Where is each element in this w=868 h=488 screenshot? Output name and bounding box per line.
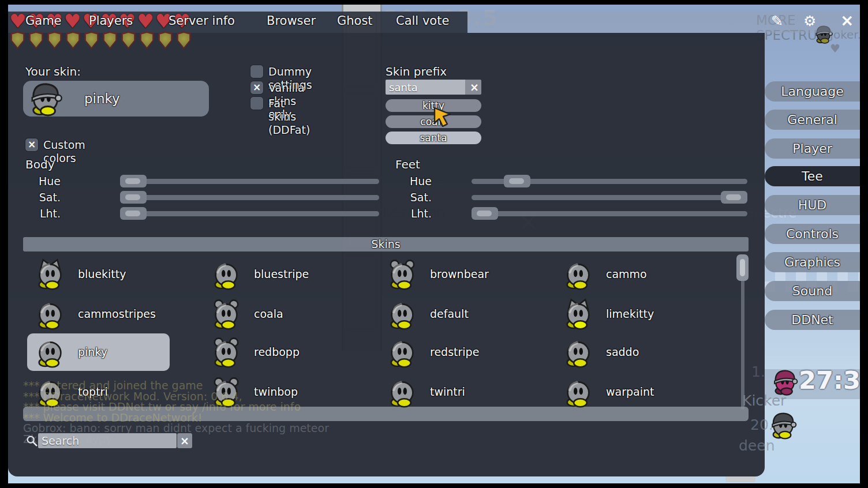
skin-item-coala[interactable]: coala: [203, 295, 346, 333]
body-section-label: Body: [25, 157, 55, 171]
skin-item-redstripe[interactable]: redstripe: [379, 333, 522, 371]
skin-name: toptri: [78, 373, 108, 411]
shield-icon: [139, 31, 155, 49]
feet-lht-slider[interactable]: [472, 211, 747, 216]
feet-sat-slider[interactable]: [472, 195, 747, 200]
tee-icon-brownbear: [386, 258, 418, 290]
skin-item-twintri[interactable]: twintri: [379, 373, 522, 411]
skins-header: Skins: [23, 237, 749, 251]
skin-item-warpaint[interactable]: warpaint: [555, 373, 698, 411]
skin-name: default: [430, 295, 469, 333]
tab-sound[interactable]: Sound: [765, 281, 860, 301]
tee-icon-redbopp: [210, 336, 242, 368]
menu-bar-background-right: [467, 12, 860, 33]
check-icon: ×: [250, 81, 263, 93]
custom-colors-checkbox[interactable]: ×: [25, 138, 38, 151]
clear-prefix-icon[interactable]: ×: [467, 80, 481, 95]
feet-hue-row: Hue: [8, 175, 765, 187]
tab-tee[interactable]: Tee: [765, 166, 860, 186]
tee-icon-twinbop: [210, 376, 242, 408]
skin-item-bluestripe[interactable]: bluestripe: [203, 256, 346, 293]
tee-icon-rank-20: [769, 411, 798, 440]
skin-name: bluekitty: [78, 256, 126, 293]
shield-icon: [120, 31, 137, 49]
close-icon[interactable]: ×: [840, 11, 854, 30]
shield-icon: [9, 31, 26, 49]
shield-icon: [28, 31, 44, 49]
skin-name: bluestripe: [254, 256, 309, 293]
search-input[interactable]: [38, 433, 177, 448]
tee-icon-bluestripe: [210, 258, 242, 290]
menu-item-players[interactable]: Players: [89, 14, 133, 28]
current-skin-name: pinky: [84, 81, 120, 117]
tab-general[interactable]: General: [765, 110, 860, 130]
feet-sat-row: Sat.: [8, 191, 765, 204]
vanilla-skins-checkbox[interactable]: ×: [250, 81, 263, 94]
skin-item-redbopp[interactable]: redbopp: [203, 333, 346, 371]
fat-skins-checkbox[interactable]: ×: [250, 97, 263, 110]
sat-label: Sat.: [383, 191, 432, 204]
tab-hud[interactable]: HUD: [765, 195, 860, 215]
slider-handle[interactable]: [504, 175, 530, 187]
record-band: [765, 369, 860, 399]
skin-item-limekitty[interactable]: limekitty: [555, 295, 698, 333]
tee-icon-record-holder: [771, 368, 799, 396]
tee-icon-current-skin: [28, 81, 63, 117]
skin-item-bluekitty[interactable]: bluekitty: [27, 256, 170, 293]
menu-item-browser[interactable]: Browser: [267, 14, 316, 28]
game-area: 201:23.5 Kickérdeen Spectre × MORE SPECT…: [8, 5, 860, 483]
skin-item-cammo[interactable]: cammo: [555, 256, 698, 293]
record-time: 27:37: [799, 366, 860, 395]
clear-search-icon[interactable]: ×: [177, 433, 192, 448]
prefix-button-santa[interactable]: santa: [386, 132, 481, 144]
tab-language[interactable]: Language: [765, 81, 860, 102]
skin-item-saddo[interactable]: saddo: [555, 333, 698, 371]
slider-handle[interactable]: [472, 207, 498, 220]
tab-graphics[interactable]: Graphics: [765, 252, 860, 272]
armor-shields: [9, 31, 192, 49]
skin-item-cammostripes[interactable]: cammostripes: [27, 295, 170, 333]
skin-name: coala: [254, 295, 283, 333]
prefix-button-kitty[interactable]: kitty: [386, 99, 481, 112]
tee-icon-twintri: [386, 376, 418, 408]
menu-item-call-vote[interactable]: Call vote: [396, 14, 449, 28]
shield-icon: [157, 31, 174, 49]
skin-item-toptri[interactable]: toptri: [27, 373, 170, 411]
skins-scrollbar-thumb[interactable]: [736, 254, 749, 281]
tee-icon-limekitty: [562, 298, 594, 330]
skin-item-brownbear[interactable]: brownbear: [379, 256, 522, 293]
feet-hue-slider[interactable]: [472, 179, 747, 184]
tab-ddnet[interactable]: DDNet: [765, 310, 860, 330]
skin-item-pinky[interactable]: pinky: [27, 333, 170, 371]
hue-label: Hue: [383, 175, 432, 187]
slider-handle[interactable]: [721, 191, 747, 204]
shield-icon: [83, 31, 100, 49]
menu-item-server-info[interactable]: Server info: [169, 14, 235, 28]
skin-item-default[interactable]: default: [379, 295, 522, 333]
heart-icon: ♥: [9, 10, 27, 32]
lht-label: Lht.: [383, 207, 432, 220]
editor-pencil-icon[interactable]: ✎: [771, 13, 783, 29]
tee-icon-coala: [210, 298, 242, 330]
tab-controls[interactable]: Controls: [765, 224, 860, 244]
shield-icon: [102, 31, 118, 49]
check-icon: ×: [25, 138, 38, 151]
tee-icon-cammostripes: [34, 298, 66, 330]
tee-icon-warpaint: [562, 376, 594, 408]
heart-icon: ♥: [64, 10, 81, 32]
skin-name: twintri: [430, 373, 465, 411]
skin-name: cammo: [606, 256, 647, 293]
skin-name: brownbear: [430, 256, 489, 293]
skin-name: redbopp: [254, 333, 300, 371]
fat-skins-label: Fat skins (DDFat): [268, 97, 310, 137]
prefix-button-coala[interactable]: coala: [386, 115, 481, 128]
menu-item-game[interactable]: Game: [25, 14, 62, 28]
settings-panel: Your skin: pinky × Dummy settings × Vani…: [8, 33, 765, 476]
settings-gear-icon[interactable]: ⚙: [803, 13, 816, 29]
menu-item-ghost[interactable]: Ghost: [337, 14, 373, 28]
top-menu-bar: ♥♥♥♥♥♥♥♥♥♥ Game Players Server info Brow…: [8, 12, 860, 33]
tab-player[interactable]: Player: [765, 138, 860, 159]
shield-icon: [46, 31, 63, 49]
dummy-settings-checkbox[interactable]: ×: [250, 65, 263, 78]
skin-item-twinbop[interactable]: twinbop: [203, 373, 346, 411]
